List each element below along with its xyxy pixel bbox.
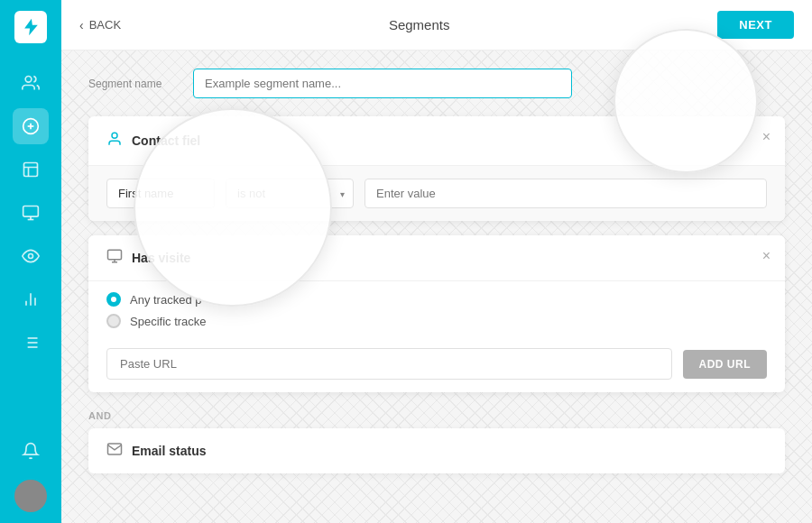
email-status-panel: Email status bbox=[88, 428, 785, 473]
sidebar-item-campaigns[interactable] bbox=[13, 151, 49, 188]
sidebar-item-contacts[interactable] bbox=[13, 65, 49, 101]
has-visited-header: Has visite × bbox=[88, 235, 785, 281]
svg-point-8 bbox=[29, 254, 33, 259]
monitor-icon bbox=[106, 248, 123, 268]
radio-any-tracked-circle bbox=[106, 292, 121, 307]
contact-icon bbox=[106, 131, 123, 151]
radio-group: Any tracked p Specific tracke bbox=[88, 281, 785, 339]
avatar[interactable] bbox=[14, 480, 47, 512]
has-visited-title: Has visite bbox=[132, 251, 190, 265]
contact-field-title: Contact fiel bbox=[132, 133, 200, 148]
main-area: ‹ BACK Segments NEXT Segment name Contac… bbox=[61, 0, 812, 523]
filter-operator[interactable]: is not is contains does not contain bbox=[226, 179, 354, 208]
page-title: Segments bbox=[389, 17, 450, 32]
svg-rect-5 bbox=[23, 206, 39, 217]
radio-specific-tracked[interactable]: Specific tracke bbox=[106, 314, 767, 328]
sidebar bbox=[0, 0, 61, 523]
has-visited-panel: Has visite × Any tracked p Specific trac… bbox=[88, 235, 785, 392]
radio-specific-tracked-circle bbox=[106, 314, 121, 328]
svg-point-0 bbox=[25, 77, 32, 83]
logo[interactable] bbox=[14, 11, 47, 43]
segment-name-input[interactable] bbox=[193, 69, 572, 98]
url-input[interactable] bbox=[106, 348, 672, 380]
url-row: ADD URL bbox=[88, 339, 785, 392]
add-url-button[interactable]: ADD URL bbox=[683, 350, 768, 379]
svg-rect-4 bbox=[24, 163, 38, 177]
sidebar-item-lists[interactable] bbox=[13, 325, 49, 361]
contact-field-panel: Contact fiel × First name is not is cont… bbox=[88, 116, 785, 221]
contact-field-close[interactable]: × bbox=[762, 129, 770, 145]
sidebar-item-monitor[interactable] bbox=[13, 195, 49, 231]
sidebar-item-eye[interactable] bbox=[13, 238, 49, 274]
filter-value-input[interactable] bbox=[364, 179, 767, 208]
segment-name-label: Segment name bbox=[88, 78, 179, 90]
content-area: Segment name Contact fiel × First name bbox=[61, 50, 812, 523]
email-status-title: Email status bbox=[132, 444, 206, 458]
back-arrow-icon: ‹ bbox=[79, 18, 84, 32]
and-label: AND bbox=[88, 407, 785, 428]
email-icon bbox=[106, 441, 123, 461]
radio-any-tracked-label: Any tracked p bbox=[130, 293, 202, 307]
sidebar-item-segments[interactable] bbox=[13, 108, 49, 144]
svg-rect-19 bbox=[108, 250, 122, 260]
sidebar-bottom bbox=[13, 429, 49, 512]
has-visited-close[interactable]: × bbox=[762, 248, 770, 264]
back-label: BACK bbox=[89, 18, 121, 32]
segment-name-row: Segment name bbox=[88, 69, 785, 98]
next-button[interactable]: NEXT bbox=[717, 11, 794, 39]
notification-icon[interactable] bbox=[13, 433, 49, 469]
operator-select[interactable]: is not is contains does not contain bbox=[226, 179, 354, 208]
radio-any-tracked[interactable]: Any tracked p bbox=[106, 292, 767, 307]
sidebar-item-analytics[interactable] bbox=[13, 281, 49, 317]
back-button[interactable]: ‹ BACK bbox=[79, 18, 121, 32]
radio-specific-tracked-label: Specific tracke bbox=[130, 315, 207, 328]
filter-row: First name is not is contains does not c… bbox=[88, 166, 785, 221]
topbar: ‹ BACK Segments NEXT bbox=[61, 0, 812, 50]
filter-field-name[interactable]: First name bbox=[106, 179, 215, 208]
contact-field-header: Contact fiel × bbox=[88, 116, 785, 166]
svg-point-18 bbox=[112, 133, 117, 138]
